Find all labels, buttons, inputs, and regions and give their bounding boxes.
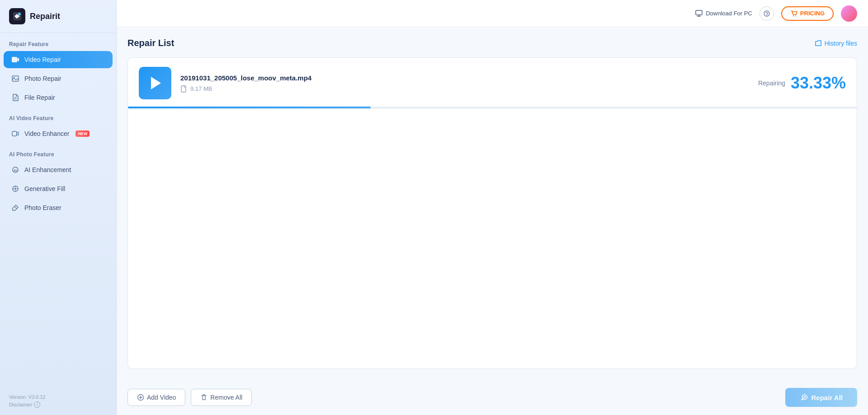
repairing-label: Repairing [758,79,785,87]
help-button[interactable] [760,6,774,21]
main-content: Download For PC PRICING Repair List [117,0,868,415]
new-badge: NEW [75,131,90,137]
progress-bar-container [128,107,857,108]
bottom-bar: Add Video Remove All Repair All [117,380,868,415]
history-files-link[interactable]: History files [815,40,857,47]
repair-all-label: Repair All [811,394,843,401]
repair-percent: 33.33% [791,74,846,93]
sidebar-item-ai-enhancement[interactable]: AI AI Enhancement [4,161,113,178]
video-repair-label: Video Repair [24,56,61,63]
sidebar-item-photo-repair[interactable]: Photo Repair [4,70,113,87]
file-thumbnail [139,67,171,99]
app-logo-icon [9,8,25,24]
file-size: 9.17 MB [180,85,758,93]
file-status: Repairing 33.33% [758,74,846,93]
folder-icon [815,40,822,47]
photo-eraser-icon [11,203,20,212]
content-area: Repair List History files 20191031_20500… [117,27,868,380]
file-size-icon [180,85,188,93]
app-name: Repairit [30,12,60,21]
pricing-label: PRICING [800,10,825,17]
svg-point-22 [795,15,796,16]
generative-fill-label: Generative Fill [24,185,65,192]
add-video-button[interactable]: Add Video [127,389,185,406]
disclaimer-info-icon: i [34,401,40,408]
sidebar-item-generative-fill[interactable]: Generative Fill [4,180,113,197]
section-ai-photo-label: AI Photo Feature [0,143,116,160]
sidebar-footer: Version: V3.0.12 Disclaimer i [0,387,116,415]
repair-all-button[interactable]: Repair All [785,388,857,407]
monitor-icon [695,9,703,18]
add-video-label: Add Video [147,394,176,401]
photo-repair-label: Photo Repair [24,75,61,82]
file-info: 20191031_205005_lose_moov_meta.mp4 9.17 … [180,74,758,93]
svg-rect-16 [696,10,702,15]
svg-point-11 [14,188,16,190]
bottom-left-actions: Add Video Remove All [127,389,252,406]
download-pc-button[interactable]: Download For PC [695,9,752,18]
add-icon [137,394,144,401]
svg-rect-23 [181,86,186,92]
svg-point-27 [804,396,806,398]
disclaimer-label: Disclaimer [9,402,32,407]
file-repair-icon [11,93,20,102]
disclaimer-link[interactable]: Disclaimer i [9,401,107,408]
svg-point-20 [766,15,767,16]
cart-icon [790,10,797,17]
trash-icon [200,394,208,401]
sidebar-item-video-enhancer[interactable]: Video Enhancer NEW [4,125,113,142]
photo-repair-icon [11,74,20,83]
user-avatar[interactable] [841,5,857,22]
video-enhancer-label: Video Enhancer [24,130,69,137]
sidebar-item-video-repair[interactable]: Video Repair [4,51,113,68]
ai-enhancement-label: AI Enhancement [24,166,71,173]
page-title: Repair List [127,38,174,48]
svg-point-21 [793,15,794,16]
play-icon [151,77,161,89]
file-name: 20191031_205005_lose_moov_meta.mp4 [180,74,758,82]
remove-all-button[interactable]: Remove All [191,389,252,406]
content-header: Repair List History files [127,38,857,48]
logo-area: Repairit [0,0,116,33]
file-item: 20191031_205005_lose_moov_meta.mp4 9.17 … [128,58,857,109]
sidebar-item-file-repair[interactable]: File Repair [4,89,113,106]
section-repair-label: Repair Feature [0,33,116,50]
svg-rect-7 [12,131,17,136]
svg-text:AI: AI [14,168,17,173]
progress-bar-fill [128,107,371,108]
history-files-label: History files [825,40,857,47]
video-enhancer-icon [11,129,20,138]
pricing-button[interactable]: PRICING [781,6,834,21]
ai-enhancement-icon: AI [11,165,20,174]
download-pc-label: Download For PC [706,10,752,17]
svg-point-1 [18,13,21,15]
sidebar-item-photo-eraser[interactable]: Photo Eraser [4,199,113,216]
headset-icon [763,10,770,17]
repair-list-area: 20191031_205005_lose_moov_meta.mp4 9.17 … [127,57,857,369]
header: Download For PC PRICING [117,0,868,27]
repair-icon [800,393,808,401]
file-size-value: 9.17 MB [190,85,212,92]
svg-rect-2 [12,57,17,62]
remove-all-label: Remove All [210,394,242,401]
sidebar: Repairit Repair Feature Video Repair Pho… [0,0,117,415]
file-repair-label: File Repair [24,94,55,101]
generative-fill-icon [11,184,20,193]
svg-rect-3 [12,76,19,81]
section-ai-video-label: AI Video Feature [0,107,116,124]
version-text: Version: V3.0.12 [9,394,107,400]
photo-eraser-label: Photo Eraser [24,204,61,211]
video-repair-icon [11,55,20,64]
